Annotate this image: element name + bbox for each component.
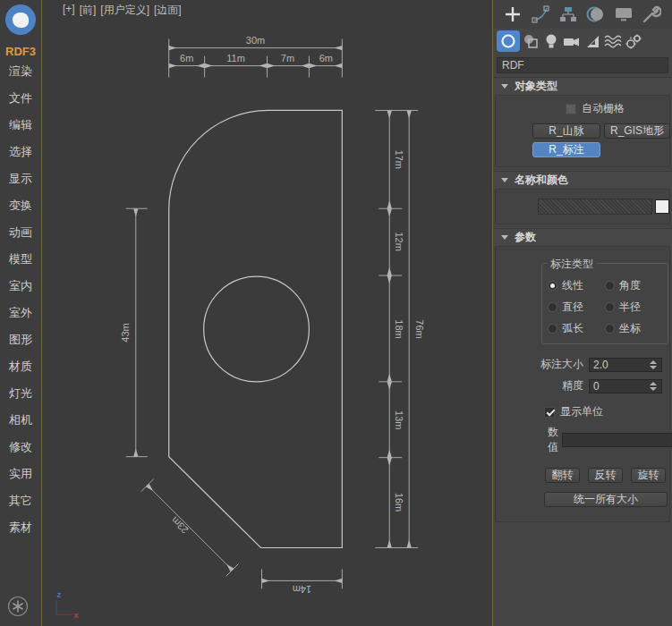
lights-category-icon[interactable]	[540, 30, 561, 52]
dim-label-right-seg4: 13m	[394, 410, 404, 429]
dim-label-right-total: 76m	[414, 319, 425, 338]
axis-z-label: z	[56, 589, 61, 599]
dimension-right: 17m 12m 18m 13m 16m 76m	[375, 110, 425, 547]
sidebar-item-shapes[interactable]: 图形	[0, 326, 41, 353]
sidebar-brand[interactable]: RDF3	[5, 45, 36, 58]
rotate-button[interactable]: 旋转	[631, 468, 666, 483]
sidebar-item-light[interactable]: 灯光	[0, 380, 41, 407]
precision-value: 0	[593, 380, 649, 393]
radio-coordinate-label: 坐标	[619, 321, 641, 336]
radio-diameter-label: 直径	[562, 300, 583, 315]
precision-field[interactable]: 0	[589, 379, 662, 393]
radio-diameter[interactable]	[548, 302, 557, 312]
settings-gear-icon[interactable]	[6, 595, 30, 618]
modify-tab-icon[interactable]	[526, 2, 554, 27]
button-r-mountain[interactable]: R_山脉	[532, 123, 600, 139]
chevron-down-icon	[501, 178, 508, 182]
radio-angle[interactable]	[605, 281, 615, 291]
rollout-title: 参数	[515, 230, 536, 245]
sidebar-item-asset[interactable]: 素材	[0, 514, 41, 541]
sidebar-item-transform[interactable]: 变换	[0, 192, 41, 219]
autogrid-checkbox[interactable]	[566, 104, 576, 114]
shapes-category-icon[interactable]	[520, 30, 540, 52]
app-window: RDF3 渲染 文件 编辑 选择 显示 变换 动画 模型 室内 室外 图形 材质…	[0, 0, 672, 626]
viewport-canvas[interactable]: 30m 6m 11m 7m 6m 17m 1	[42, 0, 492, 626]
flip-button[interactable]: 翻转	[545, 468, 580, 483]
dim-label-bottom: 14m	[293, 584, 311, 595]
create-category-row	[493, 29, 672, 54]
button-r-gis-terrain[interactable]: R_GIS地形	[604, 123, 670, 139]
viewport[interactable]: [+] [前] [用户定义] [边面]	[42, 0, 493, 626]
rollout-header-object-type[interactable]: 对象类型	[493, 77, 672, 95]
cameras-category-icon[interactable]	[561, 30, 582, 52]
radio-arc-length[interactable]	[548, 324, 557, 334]
reverse-button[interactable]: 反转	[588, 468, 623, 483]
sidebar-item-model[interactable]: 模型	[0, 246, 41, 273]
dim-type-legend: 标注类型	[548, 257, 596, 272]
sidebar-item-edit[interactable]: 编辑	[0, 112, 41, 139]
sidebar-item-material[interactable]: 材质	[0, 353, 41, 380]
show-units-checkbox[interactable]	[544, 407, 555, 418]
dimension-left: 43m	[120, 208, 148, 456]
dim-label-top-total: 30m	[246, 35, 265, 46]
rollout-header-name-color[interactable]: 名称和颜色	[493, 171, 672, 189]
rollout-header-params[interactable]: 参数	[493, 228, 672, 246]
sidebar-item-camera[interactable]: 相机	[0, 407, 41, 434]
object-color-swatch[interactable]	[655, 199, 669, 214]
radio-coordinate[interactable]	[605, 324, 615, 334]
sidebar-item-other[interactable]: 其它	[0, 487, 41, 514]
app-logo-icon[interactable]	[5, 4, 36, 35]
sidebar-item-utility[interactable]: 实用	[0, 461, 41, 487]
sidebar-item-select[interactable]: 选择	[0, 139, 41, 165]
radio-arc-length-label: 弧长	[562, 321, 583, 336]
dim-label-right-seg3: 18m	[394, 319, 404, 338]
radio-radius[interactable]	[605, 302, 615, 312]
display-tab-icon[interactable]	[609, 2, 637, 27]
radio-radius-label: 半径	[619, 300, 641, 315]
value-input[interactable]	[562, 433, 672, 447]
radio-linear-label: 线性	[562, 278, 583, 293]
radio-angle-label: 角度	[619, 278, 641, 293]
dim-size-label: 标注大小	[540, 357, 583, 372]
space-warps-category-icon[interactable]	[602, 30, 623, 52]
helpers-category-icon[interactable]	[582, 30, 602, 52]
rollout-body-object-type: 自动栅格 R_山脉 R_GIS地形 R_标注	[495, 95, 670, 167]
geometry-category-icon[interactable]	[497, 30, 520, 52]
sidebar-item-modify[interactable]: 修改	[0, 434, 41, 461]
systems-category-icon[interactable]	[623, 30, 643, 52]
precision-label: 精度	[562, 378, 583, 393]
autogrid-label: 自动栅格	[582, 101, 625, 116]
precision-spinner[interactable]	[649, 382, 658, 391]
category-dropdown[interactable]: RDF	[497, 57, 668, 73]
sidebar-item-render[interactable]: 渲染	[0, 58, 41, 85]
radio-linear[interactable]	[548, 281, 557, 291]
create-tab-icon[interactable]	[498, 2, 526, 27]
axis-x-label: x	[73, 610, 79, 620]
object-name-field	[538, 199, 652, 215]
unify-all-sizes-button[interactable]: 统一所有大小	[544, 492, 668, 507]
dim-label-right-seg1: 17m	[394, 150, 404, 169]
sidebar-item-display[interactable]: 显示	[0, 165, 41, 192]
dim-label-right-seg5: 16m	[394, 493, 404, 512]
motion-tab-icon[interactable]	[582, 2, 609, 27]
sidebar-item-interior[interactable]: 室内	[0, 273, 41, 300]
shape-outline[interactable]	[169, 110, 343, 547]
dim-type-groupbox: 标注类型 线性 角度 直径	[541, 263, 668, 344]
dim-label-diagonal: 23m	[169, 515, 191, 537]
dim-label-top-seg3: 7m	[281, 53, 294, 63]
dim-size-field[interactable]: 2.0	[589, 358, 662, 372]
dim-label-top-seg1: 6m	[180, 53, 193, 63]
shape-circle[interactable]	[204, 276, 310, 382]
rollout-body-params: 标注类型 线性 角度 直径	[495, 246, 670, 522]
hierarchy-tab-icon[interactable]	[554, 2, 582, 27]
panel-tab-row	[493, 0, 672, 29]
utilities-tab-icon[interactable]	[637, 2, 665, 27]
dim-size-spinner[interactable]	[649, 360, 658, 369]
sidebar-item-exterior[interactable]: 室外	[0, 300, 41, 326]
button-r-dimension[interactable]: R_标注	[532, 142, 600, 157]
sidebar-item-animation[interactable]: 动画	[0, 219, 41, 246]
axis-gizmo: z x	[56, 589, 79, 620]
sidebar-item-file[interactable]: 文件	[0, 85, 41, 112]
dimension-diagonal: 23m	[141, 479, 239, 577]
rollout-title: 对象类型	[515, 79, 557, 94]
